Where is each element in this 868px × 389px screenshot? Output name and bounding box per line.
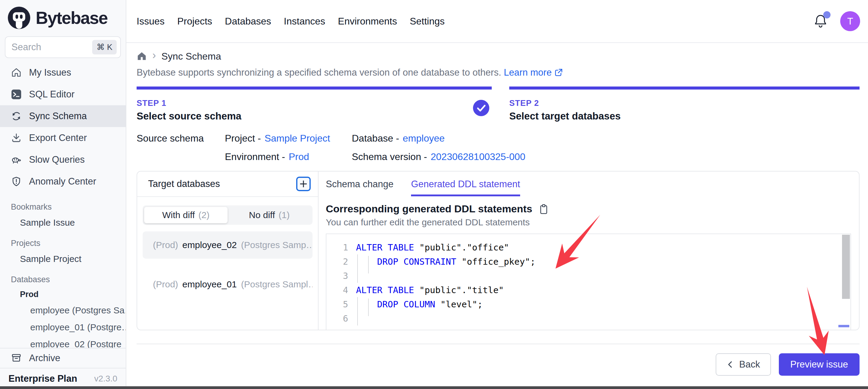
- sidebar-item-export-center[interactable]: Export Center: [0, 127, 126, 149]
- sidebar-item-label: My Issues: [29, 67, 71, 78]
- bytebase-logo[interactable]: Bytebase: [0, 0, 126, 34]
- indent-guide: [368, 299, 369, 316]
- page-content: › Sync Schema Bytebase supports synchron…: [126, 43, 868, 389]
- topnav-item-settings[interactable]: Settings: [410, 16, 445, 27]
- database-item-employee-01[interactable]: employee_01 (Postgre…: [0, 319, 126, 336]
- shield-alert-icon: [11, 176, 22, 187]
- breadcrumb: › Sync Schema: [136, 50, 860, 63]
- code-line: 6: [327, 311, 850, 326]
- brand-wordmark: Bytebase: [36, 8, 107, 28]
- step-2-title: Select target databases: [509, 110, 860, 122]
- topnav-item-instances[interactable]: Instances: [284, 16, 325, 27]
- footer-actions: Back Preview issue: [136, 353, 860, 376]
- app-version: v2.3.0: [94, 374, 117, 384]
- step-2-label: STEP 2: [509, 99, 860, 108]
- sidebar-item-sync-schema[interactable]: Sync Schema: [0, 105, 126, 127]
- project-label: Project -: [225, 133, 261, 144]
- search-input[interactable]: ⌘ K: [5, 36, 121, 58]
- section-databases: Databases: [0, 272, 126, 287]
- sidebar-scroll-area: My Issues SQL Editor Sync Schema Export …: [0, 58, 126, 348]
- code-line: 1ALTER TABLE "public"."office": [327, 240, 850, 254]
- page-title: Sync Schema: [161, 51, 221, 62]
- top-nav: Issues Projects Databases Instances Envi…: [136, 16, 444, 27]
- code-lines: 1ALTER TABLE "public"."office" 2 DROP CO…: [327, 234, 850, 326]
- code-line: 5 DROP COLUMN "level";: [327, 297, 850, 311]
- plan-label: Enterprise Plan: [8, 373, 77, 384]
- home-icon: [11, 67, 22, 78]
- archive-icon: [11, 353, 22, 364]
- topnav-item-databases[interactable]: Databases: [225, 16, 271, 27]
- sidebar-item-anomaly-center[interactable]: Anomaly Center: [0, 171, 126, 192]
- sidebar-item-my-issues[interactable]: My Issues: [0, 62, 126, 83]
- bookmark-item-sample-issue[interactable]: Sample Issue: [0, 214, 126, 231]
- environment-link[interactable]: Prod: [289, 151, 309, 162]
- sidebar-item-slow-queries[interactable]: Slow Queries: [0, 149, 126, 171]
- with-diff-count: (2): [198, 210, 210, 220]
- project-link[interactable]: Sample Project: [265, 133, 330, 144]
- target-db-employee-01[interactable]: (Prod) employee_01 (Postgres Sampl…: [143, 271, 312, 298]
- external-link-icon: [554, 68, 563, 77]
- source-schema-label: Source schema: [136, 133, 225, 162]
- section-bookmarks: Bookmarks: [0, 200, 126, 214]
- avatar[interactable]: T: [840, 11, 860, 31]
- database-item-employee-02[interactable]: employee_02 (Postgre: [0, 336, 126, 348]
- window-bottom-edge: [0, 386, 868, 389]
- sidebar-item-label: Anomaly Center: [29, 176, 96, 187]
- back-button[interactable]: Back: [716, 353, 771, 376]
- topnav-item-issues[interactable]: Issues: [136, 16, 164, 27]
- code-line: 2 DROP CONSTRAINT "office_pkey";: [327, 254, 850, 269]
- add-target-database-button[interactable]: [296, 177, 311, 191]
- database-item-employee[interactable]: employee (Postgres Sa…: [0, 302, 126, 319]
- database-link[interactable]: employee: [403, 133, 445, 144]
- search-field[interactable]: [11, 42, 89, 53]
- plus-icon: [298, 179, 309, 189]
- footer-divider: [136, 344, 860, 344]
- schema-version-link[interactable]: 20230628100325-000: [431, 151, 525, 162]
- target-databases-panel: Target databases With diff (2): [137, 171, 318, 330]
- editor-vertical-scrollbar[interactable]: [842, 235, 850, 299]
- sidebar-item-label: Export Center: [29, 133, 87, 143]
- step-1-progress-bar: [136, 86, 492, 89]
- sidebar-item-label: SQL Editor: [29, 89, 74, 100]
- source-schema-summary: Source schema Project - Sample Project E…: [136, 133, 860, 162]
- diff-filter-tabs: With diff (2) No diff (1): [143, 205, 312, 225]
- sidebar-item-label: Sync Schema: [29, 111, 87, 121]
- learn-more-link[interactable]: Learn more: [504, 67, 563, 78]
- tab-with-diff[interactable]: With diff (2): [144, 207, 227, 223]
- step-1-title: Select source schema: [136, 110, 492, 122]
- topnav-item-environments[interactable]: Environments: [338, 16, 397, 27]
- database-environment-prod: Prod: [0, 287, 126, 302]
- ddl-code-editor[interactable]: 1ALTER TABLE "public"."office" 2 DROP CO…: [326, 233, 851, 330]
- sidebar: Bytebase ⌘ K My Issues SQL Editor Sync S…: [0, 0, 126, 389]
- chevron-right-icon: ›: [152, 50, 156, 61]
- code-line: 3: [327, 269, 850, 283]
- ddl-heading: Corresponding generated DDL statements: [326, 203, 532, 215]
- schema-version-label: Schema version -: [352, 151, 427, 162]
- indent-guide: [357, 297, 358, 326]
- sidebar-item-label: Archive: [29, 353, 60, 364]
- bytebase-logo-icon: [7, 6, 31, 30]
- sidebar-item-archive[interactable]: Archive: [0, 349, 126, 368]
- topnav-item-projects[interactable]: Projects: [177, 16, 212, 27]
- tab-no-diff[interactable]: No diff (1): [227, 207, 311, 223]
- turtle-icon: [11, 154, 22, 165]
- target-database-list: (Prod) employee_02 (Postgres Samp… (Prod…: [143, 231, 312, 298]
- no-diff-count: (1): [279, 210, 290, 220]
- topbar-right: T: [814, 11, 860, 31]
- code-line: 4ALTER TABLE "public"."title": [327, 283, 850, 297]
- home-icon[interactable]: [136, 51, 147, 61]
- project-item-sample-project[interactable]: Sample Project: [0, 250, 126, 268]
- preview-issue-button[interactable]: Preview issue: [779, 353, 860, 376]
- clipboard-copy-icon[interactable]: [538, 203, 549, 215]
- step-indicator: STEP 1 Select source schema STEP 2 Selec…: [136, 86, 860, 122]
- step-1-label: STEP 1: [136, 99, 492, 108]
- sidebar-item-sql-editor[interactable]: SQL Editor: [0, 83, 126, 105]
- plan-row[interactable]: Enterprise Plan v2.3.0: [0, 368, 126, 389]
- step-2: STEP 2 Select target databases: [509, 86, 860, 122]
- tab-generated-ddl[interactable]: Generated DDL statement: [411, 179, 520, 196]
- tab-schema-change[interactable]: Schema change: [326, 179, 394, 196]
- notification-bell-icon[interactable]: [814, 13, 828, 29]
- ddl-panel: Schema change Generated DDL statement Co…: [318, 171, 859, 330]
- target-db-employee-02[interactable]: (Prod) employee_02 (Postgres Samp…: [143, 231, 312, 259]
- editor-horizontal-scrollbar[interactable]: [838, 325, 849, 327]
